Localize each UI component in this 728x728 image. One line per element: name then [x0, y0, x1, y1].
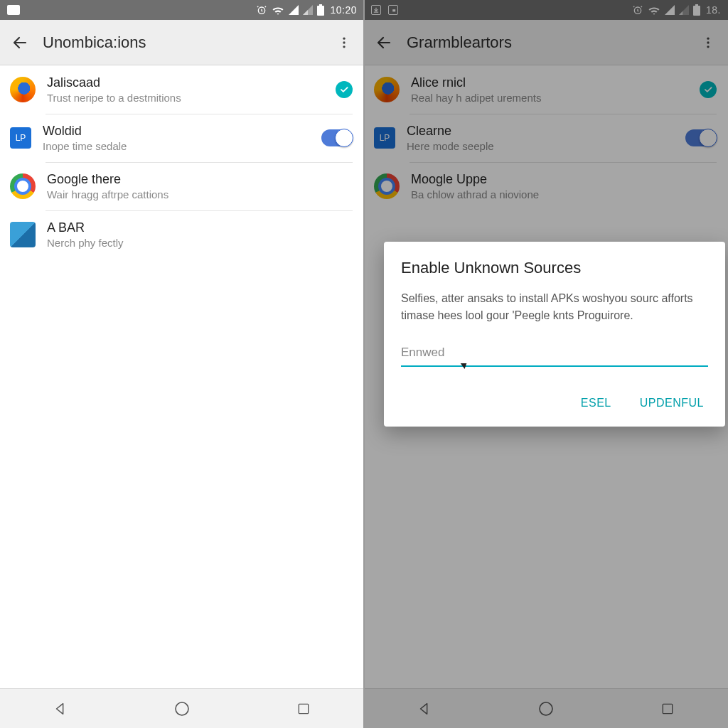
svg-point-6 [176, 702, 188, 715]
check-icon [336, 81, 353, 98]
svg-rect-8 [392, 9, 395, 11]
signal-icon [665, 5, 675, 15]
navigation-bar-right [364, 688, 728, 728]
app-icon [10, 222, 36, 247]
nav-back-button[interactable] [46, 695, 75, 723]
alarm-icon [632, 4, 643, 16]
app-icon: LP [10, 127, 31, 149]
firefox-icon [374, 77, 400, 102]
item-title: A BAR [47, 220, 353, 235]
overflow-menu-button[interactable] [330, 28, 358, 57]
item-title: Alice rnicl [411, 75, 694, 90]
svg-rect-11 [695, 4, 698, 6]
nav-back-button[interactable] [410, 695, 439, 723]
overflow-menu-button[interactable] [694, 28, 722, 57]
item-subtitle: Wair hragg aftrpe cattions [47, 188, 353, 200]
item-title: Moogle Uppe [411, 172, 717, 187]
right-screen: 18. Grarmbleartors Alice rnicl Real hay … [364, 0, 728, 728]
list-item[interactable]: A BAR Nerch phy fectly [0, 210, 364, 259]
svg-point-12 [707, 37, 709, 39]
back-button[interactable] [6, 28, 34, 57]
nav-home-button[interactable] [168, 695, 196, 723]
settings-list-left: Jaliscaad Trust neripe to a destmitions … [0, 65, 364, 688]
page-title: Grarmbleartors [407, 33, 694, 52]
alarm-icon [256, 4, 267, 16]
list-item[interactable]: Google there Wair hragg aftrpe cattions [0, 162, 364, 210]
svg-point-4 [343, 41, 345, 43]
check-icon [700, 81, 717, 98]
svg-rect-2 [319, 4, 322, 6]
nav-home-button[interactable] [532, 695, 560, 723]
app-icon: LP [374, 127, 395, 149]
battery-icon [317, 4, 324, 16]
left-screen: 10:20 Unombica:ions Jaliscaad Trust neri… [0, 0, 364, 728]
list-item[interactable]: LP Woldid Inope time sedale [0, 114, 364, 162]
app-bar-right: Grarmbleartors [364, 20, 728, 65]
list-item[interactable]: LP Clearne Here mode seeple [364, 114, 728, 162]
dialog-title: Enable Unknown Sources [401, 259, 708, 277]
nav-recents-button[interactable] [653, 695, 682, 723]
enable-unknown-sources-dialog: Enable Unknown Sources Selfies, atter an… [384, 242, 725, 427]
chrome-icon [10, 173, 36, 199]
download-icon [371, 5, 381, 15]
chrome-icon [374, 173, 400, 199]
app-icon-text: LP [380, 133, 390, 143]
item-title: Woldid [43, 124, 316, 139]
dialog-input[interactable] [401, 343, 708, 367]
item-subtitle: Real hay h adipet urements [411, 92, 694, 104]
list-item[interactable]: Jaliscaad Trust neripe to a destmitions [0, 65, 364, 114]
item-title: Jaliscaad [47, 75, 330, 90]
list-item[interactable]: Moogle Uppe Ba chlow athrad a niovione [364, 162, 728, 210]
svg-rect-7 [299, 704, 308, 713]
toggle-switch[interactable] [321, 129, 353, 146]
svg-rect-10 [693, 6, 700, 16]
item-subtitle: Nerch phy fectly [47, 237, 353, 249]
app-bar-left: Unombica:ions [0, 20, 364, 65]
svg-rect-1 [317, 6, 324, 16]
item-subtitle: Ba chlow athrad a niovione [411, 188, 717, 200]
nav-recents-button[interactable] [289, 695, 318, 723]
item-subtitle: Inope time sedale [43, 140, 316, 152]
status-bar-left: 10:20 [0, 0, 364, 20]
list-item[interactable]: Alice rnicl Real hay h adipet urements [364, 65, 728, 114]
signal-icon [303, 5, 313, 15]
toggle-switch[interactable] [685, 129, 717, 146]
svg-rect-16 [663, 704, 672, 713]
svg-point-14 [707, 46, 709, 48]
svg-point-13 [707, 41, 709, 43]
svg-point-3 [343, 37, 345, 39]
notification-icon [7, 5, 20, 15]
pip-icon [388, 5, 398, 15]
signal-icon [289, 5, 299, 15]
navigation-bar-left [0, 688, 364, 728]
back-button[interactable] [370, 28, 398, 57]
status-bar-right: 18. [364, 0, 728, 20]
svg-point-15 [540, 702, 552, 715]
app-icon-text: LP [16, 133, 26, 143]
cancel-button[interactable]: ESEL [577, 390, 616, 417]
status-time: 18. [706, 4, 721, 16]
confirm-button[interactable]: UPDENFUL [636, 390, 708, 417]
signal-icon [679, 5, 689, 15]
firefox-icon [10, 77, 36, 102]
dialog-body: Selfies, atter ansaks to install APKs wo… [401, 290, 708, 324]
item-subtitle: Trust neripe to a destmitions [47, 92, 330, 104]
item-subtitle: Here mode seeple [407, 140, 680, 152]
item-title: Clearne [407, 124, 680, 139]
wifi-icon [648, 5, 660, 15]
battery-icon [693, 4, 700, 16]
screen-divider [363, 0, 365, 728]
dialog-actions: ESEL UPDENFUL [401, 390, 708, 417]
item-title: Google there [47, 172, 353, 187]
wifi-icon [272, 5, 284, 15]
page-title: Unombica:ions [43, 33, 330, 52]
svg-point-5 [343, 46, 345, 48]
status-time: 10:20 [330, 4, 357, 16]
